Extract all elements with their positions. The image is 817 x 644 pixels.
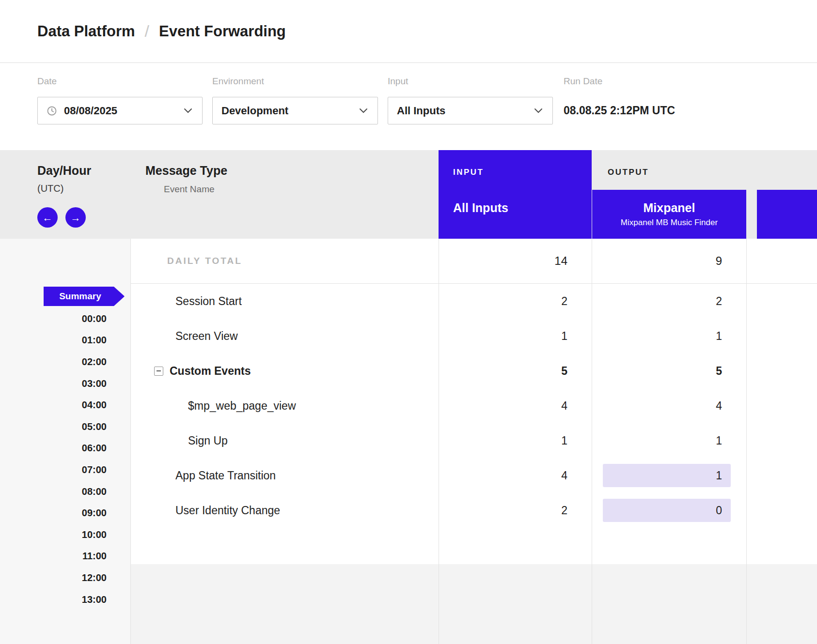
environment-label: Environment [212, 76, 264, 87]
hour-row[interactable]: 03:00 [0, 373, 107, 395]
clock-icon [47, 106, 57, 116]
output-count: 5 [716, 365, 722, 378]
output-count: 1 [716, 469, 722, 482]
date-select[interactable]: 08/08/2025 [37, 97, 203, 124]
table-row: $mp_web_page_view 4 4 [131, 388, 817, 423]
table-row: Custom Events 5 5 [131, 353, 817, 388]
run-date-value: 08.08.25 2:12PM UTC [564, 97, 675, 124]
event-name: App State Transition [131, 458, 439, 493]
hour-row[interactable]: 06:00 [0, 438, 107, 460]
filter-bar: Date 08/08/2025 Environment Development … [0, 63, 817, 150]
event-name: Sign Up [131, 423, 439, 458]
event-forwarding-page: Data Platform / Event Forwarding Date 08… [0, 0, 817, 644]
input-column-kicker: INPUT [453, 168, 484, 177]
hour-row[interactable]: 08:00 [0, 481, 107, 503]
column-divider [592, 239, 592, 644]
daily-total-output: 9 [716, 254, 722, 268]
breadcrumb-data-platform[interactable]: Data Platform [37, 23, 135, 40]
output-count: 0 [716, 504, 722, 517]
table-header-band: Day/Hour (UTC) ← → Message Type Event Na… [0, 150, 817, 239]
input-column-selection: All Inputs [453, 201, 508, 215]
input-count: 1 [561, 330, 567, 343]
input-value: All Inputs [397, 105, 445, 117]
page-title: Event Forwarding [159, 23, 286, 40]
input-count: 2 [561, 295, 567, 308]
day-hour-subtitle: (UTC) [37, 183, 63, 194]
event-rows: Session Start 2 2 Screen View 1 1 Custom… [131, 284, 817, 528]
input-count: 4 [561, 469, 567, 482]
output-count: 2 [716, 295, 722, 308]
event-name: Session Start [131, 284, 439, 319]
chevron-down-icon [359, 108, 368, 113]
output-count: 4 [716, 399, 722, 413]
input-count: 1 [561, 434, 567, 447]
collapse-icon[interactable] [154, 367, 163, 376]
input-count: 4 [561, 399, 567, 413]
breadcrumb-separator: / [145, 22, 149, 41]
output-count: 1 [716, 330, 722, 343]
hour-list: 00:00 01:00 02:00 03:00 04:00 05:00 06:0… [0, 308, 107, 610]
daily-total-row: DAILY TOTAL 14 9 [131, 239, 817, 284]
input-label: Input [388, 76, 408, 87]
event-name: User Identity Change [131, 493, 439, 528]
day-navigation: ← → [37, 207, 86, 228]
hour-row[interactable]: 04:00 [0, 394, 107, 416]
daily-total-input: 14 [554, 254, 567, 268]
hour-row[interactable]: 12:00 [0, 567, 107, 589]
breadcrumb: Data Platform / Event Forwarding [37, 0, 286, 62]
highlighted-output-cell: 1 [603, 464, 731, 487]
output-connection: Mixpanel MB Music Finder [621, 218, 718, 228]
date-value: 08/08/2025 [64, 105, 117, 117]
output-column-kicker: OUTPUT [608, 168, 649, 177]
table-row: App State Transition 4 1 [131, 458, 817, 493]
output-name: Mixpanel [644, 201, 695, 215]
column-divider [746, 239, 747, 644]
message-type-header: Message Type [145, 164, 227, 178]
table-row: Sign Up 1 1 [131, 423, 817, 458]
hour-row[interactable]: 13:00 [0, 589, 107, 611]
output-count: 1 [716, 434, 722, 447]
environment-select[interactable]: Development [212, 97, 378, 124]
output-column-header-mixpanel[interactable]: Mixpanel Mixpanel MB Music Finder [592, 190, 746, 239]
next-day-button[interactable]: → [65, 207, 86, 228]
table-row: Screen View 1 1 [131, 319, 817, 353]
header: Data Platform / Event Forwarding [0, 0, 817, 63]
event-name: Screen View [131, 319, 439, 353]
chevron-down-icon [184, 108, 192, 113]
arrow-right-icon: → [71, 213, 81, 223]
highlighted-output-cell: 0 [603, 499, 731, 522]
arrow-left-icon: ← [43, 213, 53, 223]
input-select[interactable]: All Inputs [388, 97, 553, 124]
hour-sidebar: Summary 00:00 01:00 02:00 03:00 04:00 05… [0, 239, 131, 644]
chevron-down-icon [534, 108, 543, 113]
table-body: Summary 00:00 01:00 02:00 03:00 04:00 05… [0, 239, 817, 644]
hour-row[interactable]: 00:00 [0, 308, 107, 330]
next-output-column-partial[interactable] [757, 190, 817, 239]
run-date-label: Run Date [564, 76, 602, 87]
event-name: $mp_web_page_view [131, 388, 439, 423]
hour-row[interactable]: 09:00 [0, 502, 107, 524]
event-name-subtitle: Event Name [164, 184, 215, 195]
summary-badge[interactable]: Summary [44, 287, 125, 306]
previous-day-button[interactable]: ← [37, 207, 58, 228]
daily-total-label: DAILY TOTAL [167, 256, 242, 266]
hour-row[interactable]: 11:00 [0, 546, 107, 567]
table-row: User Identity Change 2 0 [131, 493, 817, 528]
event-group-name: Custom Events [170, 365, 251, 378]
input-count: 2 [561, 504, 567, 517]
date-label: Date [37, 76, 57, 87]
table-row: Session Start 2 2 [131, 284, 817, 319]
hour-row[interactable]: 07:00 [0, 459, 107, 481]
hour-row[interactable]: 10:00 [0, 524, 107, 546]
input-column-header[interactable]: INPUT All Inputs [439, 150, 592, 239]
hour-row[interactable]: 02:00 [0, 351, 107, 373]
environment-value: Development [221, 105, 288, 117]
hour-row[interactable]: 01:00 [0, 330, 107, 352]
input-count: 5 [561, 365, 567, 378]
day-hour-header: Day/Hour [37, 164, 91, 178]
table-footer-background [131, 564, 817, 644]
column-divider [439, 239, 439, 644]
hour-row[interactable]: 05:00 [0, 416, 107, 438]
